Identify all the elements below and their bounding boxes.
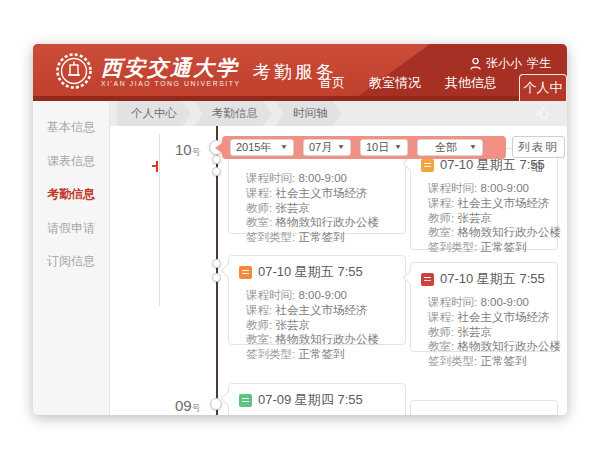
card-title: 07-10 星期五 7:55 [440,270,545,288]
university-name-cn: 西安交通大学 [101,56,241,80]
teacher-name: 张芸京 [275,202,310,214]
list-detail-button[interactable]: 列表明细 [512,136,565,158]
sidebar-item-subscription-info[interactable]: 订阅信息 [33,253,109,270]
course-name: 社会主义市场经济 [457,197,549,209]
timeline-node-day09 [210,398,222,410]
day-label-09[interactable]: 09号 [175,397,201,415]
course-time: 8:00-9:00 [298,172,347,184]
breadcrumb-personal-center[interactable]: 个人中心 [117,101,191,126]
classroom-name: 格物致知行政办公楼 [275,333,379,345]
sign-type: 正常签到 [298,348,344,360]
day-select[interactable]: 10日 ▼ [360,139,408,156]
sidebar-item-schedule-info[interactable]: 课表信息 [33,153,109,170]
nav-item-home[interactable]: 首页 [317,74,347,101]
date-filter-bar: 2015年 ▼ 07月 ▼ 10日 ▼ 全部 ▼ [222,136,506,159]
month-select[interactable]: 07月 ▼ [303,139,351,156]
attendance-card: 07-10 星期五 7:55 课程时间: 8:00-9:00 课程: 社会主义市… [228,255,406,345]
year-select[interactable]: 2015年 ▼ [230,139,294,156]
calendar-status-icon [421,159,434,172]
timeline-panel: 2015 7月 6月 5月 3月 2月 1月 2014 2013 10号 09号 [110,126,567,415]
university-logo: 西安交通大学 XI'AN JIAO TONG UNIVERSITY 考勤服务 [55,52,337,90]
chevron-down-icon: ▼ [337,144,345,151]
course-name: 社会主义市场经济 [275,304,367,316]
breadcrumb: 个人中心 考勤信息 时间轴 [110,101,567,126]
user-icon [470,58,481,70]
type-select[interactable]: 全部 ▼ [417,139,483,156]
attendance-card: 07-09 星期四 7:55 [228,383,406,415]
attendance-card: 课程时间: 8:00-9:00 课程: 社会主义市场经济 教师: 张芸京 教室:… [228,146,406,234]
course-time: 8:00-9:00 [480,182,529,194]
teacher-name: 张芸京 [457,212,492,224]
calendar-status-icon [421,273,434,286]
attendance-card [410,400,558,415]
main-nav: 首页 教室情况 其他信息 个人中心 [317,74,567,101]
user-account[interactable]: 张小小 学生 [470,55,551,72]
chevron-down-icon: ▼ [280,144,288,151]
timeline-node-small-2 [212,167,221,176]
chevron-down-icon: ▼ [469,144,477,151]
nav-item-classrooms[interactable]: 教室情况 [367,74,423,101]
timeline-node-small-4 [212,273,221,282]
classroom-name: 格物致知行政办公楼 [275,216,379,228]
teacher-name: 张芸京 [275,319,310,331]
university-name-en: XI'AN JIAO TONG UNIVERSITY [101,80,241,87]
card-title: 07-09 星期四 7:55 [258,391,363,409]
sidebar-item-leave-request[interactable]: 请假申请 [33,220,109,237]
nav-item-other-info[interactable]: 其他信息 [443,74,499,101]
app-window: 西安交通大学 XI'AN JIAO TONG UNIVERSITY 考勤服务 张… [33,44,567,415]
card-title: 07-10 星期五 7:55 [258,263,363,281]
breadcrumb-timeline[interactable]: 时间轴 [275,101,342,126]
timeline-node-small-1 [212,155,221,164]
timeline-node-small-3 [212,259,221,268]
scale-divider [159,134,160,306]
sign-type: 正常签到 [298,231,344,243]
university-logo-icon [55,52,93,90]
sign-type: 正常签到 [480,241,526,253]
chevron-down-icon: ▼ [394,144,402,151]
day-label-10[interactable]: 10号 [175,141,201,159]
course-time: 8:00-9:00 [298,289,347,301]
user-name: 张小小 [486,55,522,72]
calendar-status-icon [239,394,252,407]
classroom-name: 格物致知行政办公楼 [457,340,561,352]
nav-tab-personal-center[interactable]: 个人中心 [519,74,567,101]
breadcrumb-attendance-info[interactable]: 考勤信息 [194,101,272,126]
current-month-marker [156,161,158,172]
course-name: 社会主义市场经济 [275,187,367,199]
sidebar-item-basic-info[interactable]: 基本信息 [33,119,109,136]
user-role: 学生 [527,55,551,72]
sign-type: 正常签到 [480,355,526,367]
teacher-name: 张芸京 [457,326,492,338]
course-time: 8:00-9:00 [480,296,529,308]
app-header: 西安交通大学 XI'AN JIAO TONG UNIVERSITY 考勤服务 张… [33,44,567,101]
attendance-card: 07-10 星期五 7:55 课程时间: 8:00-9:00 课程: 社会主义市… [410,262,558,352]
course-name: 社会主义市场经济 [457,311,549,323]
calendar-status-icon [239,266,252,279]
sidebar-item-attendance-info[interactable]: 考勤信息 [33,186,109,203]
classroom-name: 格物致知行政办公楼 [457,226,561,238]
sidebar: 基本信息 课表信息 考勤信息 请假申请 订阅信息 [33,101,110,415]
